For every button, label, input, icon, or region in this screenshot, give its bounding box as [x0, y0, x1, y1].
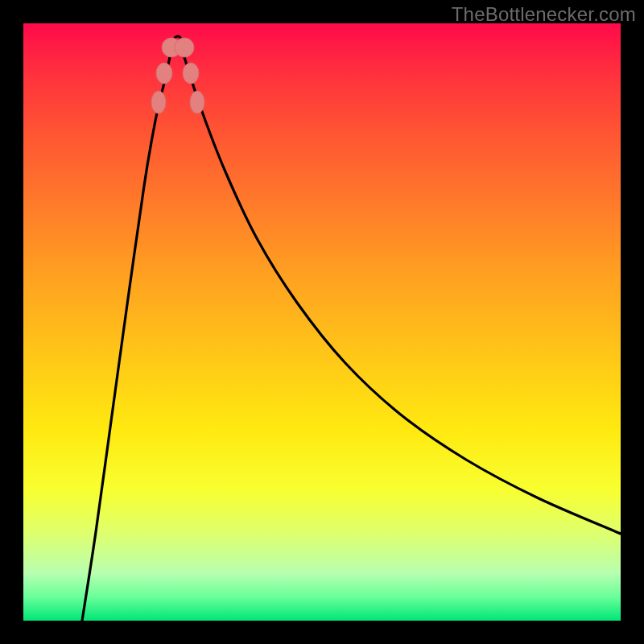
marker-left-mid: [156, 63, 172, 84]
marker-right-mid: [183, 63, 199, 84]
marker-right-upper: [190, 91, 204, 114]
curve-right-branch: [184, 57, 621, 534]
watermark-text: TheBottlenecker.com: [452, 3, 636, 26]
data-markers: [151, 38, 204, 114]
marker-right-lower: [175, 38, 194, 57]
chart-svg: [23, 23, 621, 621]
chart-plot-area: [23, 23, 621, 621]
marker-left-upper: [151, 91, 166, 114]
curve-left-branch: [82, 57, 170, 621]
